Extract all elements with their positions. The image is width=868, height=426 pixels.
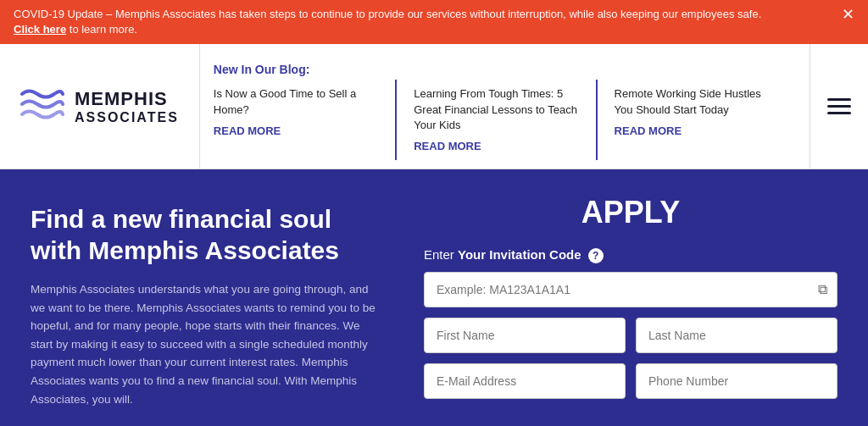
invitation-label: Enter Your Invitation Code ? [424, 247, 837, 263]
blog-items: Is Now a Good Time to Sell a Home? READ … [214, 80, 796, 160]
blog-container: New In Our Blog: Is Now a Good Time to S… [199, 44, 810, 169]
blog-item-3: Remote Working Side Hustles You Should S… [615, 80, 796, 160]
hero-left: Find a new financial soul with Memphis A… [0, 169, 407, 426]
blog-title-3: Remote Working Side Hustles You Should S… [615, 86, 779, 117]
copy-icon: ⧉ [818, 282, 827, 297]
blog-item-1: Is Now a Good Time to Sell a Home? READ … [214, 80, 397, 160]
hero-right: APPLY Enter Your Invitation Code ? ⧉ [407, 169, 868, 426]
email-input[interactable] [424, 363, 626, 399]
blog-item-2: Learning From Tough Times: 5 Great Finan… [414, 80, 597, 160]
alert-link[interactable]: Click here [14, 23, 66, 36]
hamburger-menu-button[interactable] [810, 44, 868, 169]
contact-row [424, 363, 837, 399]
phone-input[interactable] [636, 363, 837, 399]
hamburger-icon [827, 98, 851, 114]
blog-label: New In Our Blog: [214, 53, 796, 80]
logo-text: MEMPHIS ASSOCIATES [75, 88, 179, 125]
invitation-label-bold: Your Invitation Code [458, 247, 581, 262]
blog-title-1: Is Now a Good Time to Sell a Home? [214, 86, 378, 117]
first-name-input[interactable] [424, 318, 626, 353]
help-icon[interactable]: ? [588, 248, 604, 263]
alert-link-suffix: to learn more. [70, 23, 137, 36]
logo-waves-icon [20, 84, 64, 130]
hero-headline: Find a new financial soul with Memphis A… [31, 203, 376, 267]
invitation-label-enter: Enter [424, 247, 454, 262]
hero-section: Find a new financial soul with Memphis A… [0, 169, 868, 426]
logo-area: MEMPHIS ASSOCIATES [0, 44, 199, 169]
logo-associates: ASSOCIATES [75, 110, 179, 125]
close-icon[interactable]: ✕ [842, 7, 854, 22]
alert-banner: COVID-19 Update – Memphis Associates has… [0, 0, 868, 44]
logo-memphis: MEMPHIS [75, 88, 179, 110]
header: MEMPHIS ASSOCIATES New In Our Blog: Is N… [0, 44, 868, 169]
hero-body: Memphis Associates understands what you … [31, 280, 376, 408]
alert-text: COVID-19 Update – Memphis Associates has… [14, 8, 761, 20]
apply-title: APPLY [424, 195, 837, 230]
blog-cta-2[interactable]: READ MORE [414, 140, 481, 152]
blog-cta-3[interactable]: READ MORE [615, 124, 682, 137]
blog-cta-1[interactable]: READ MORE [214, 124, 281, 137]
last-name-input[interactable] [636, 318, 837, 353]
invitation-code-input[interactable] [424, 272, 837, 307]
blog-title-2: Learning From Tough Times: 5 Great Finan… [414, 86, 578, 133]
name-row [424, 318, 837, 353]
invitation-code-wrapper: ⧉ [424, 272, 837, 307]
